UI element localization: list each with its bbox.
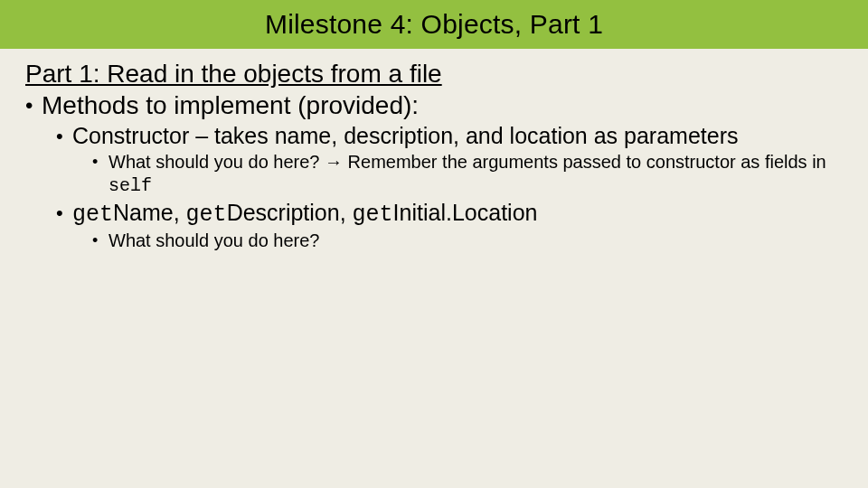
bullet-methods-intro: Methods to implement (provided): Constru… [25, 89, 843, 253]
slide-body: Part 1: Read in the objects from a file … [0, 49, 868, 253]
code-get2: get [186, 202, 227, 228]
sep2: , [340, 200, 353, 225]
bullet-text: Methods to implement (provided): [42, 91, 419, 119]
bullet-list-level3: What should you do here? → Remember the … [56, 151, 843, 198]
bullet-list-level3b: What should you do here? [56, 230, 843, 253]
slide-title: Milestone 4: Objects, Part 1 [265, 9, 603, 40]
bullet-constructor-hint: What should you do here? → Remember the … [92, 151, 843, 198]
getter-description: Description [227, 200, 340, 225]
section-subtitle: Part 1: Read in the objects from a file [25, 58, 843, 89]
bullet-getters-hint: What should you do here? [92, 230, 843, 253]
bullet-getters: getName, getDescription, getInitial.Loca… [56, 198, 843, 253]
bullet-text: What should you do here? → Remember the … [108, 152, 826, 172]
getter-name: Name [113, 200, 174, 225]
sep: , [174, 200, 186, 225]
code-self: self [108, 175, 152, 196]
code-get3: get [353, 202, 393, 228]
bullet-text: What should you do here? [108, 230, 320, 250]
bullet-list-level2: Constructor – takes name, description, a… [25, 121, 843, 253]
slide-header: Milestone 4: Objects, Part 1 [0, 0, 868, 49]
bullet-text: Constructor – takes name, description, a… [72, 123, 739, 148]
bullet-constructor: Constructor – takes name, description, a… [56, 121, 843, 198]
bullet-list-level1: Methods to implement (provided): Constru… [25, 89, 843, 253]
getter-initial-location: Initial.Location [393, 200, 538, 225]
code-get: get [72, 202, 113, 228]
